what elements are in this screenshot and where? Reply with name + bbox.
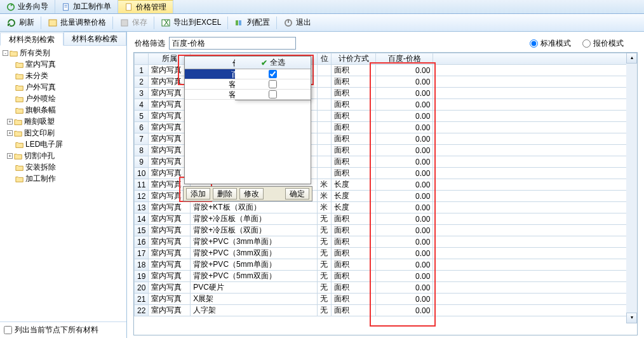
cell-price[interactable]: 0.00 [376, 133, 433, 145]
cell-calc[interactable]: 面积 [332, 99, 376, 111]
batch-adjust-button[interactable]: 批量调整价格 [45, 16, 109, 30]
cell-name[interactable]: PVC硬片 [191, 282, 318, 294]
cell-name[interactable]: 背胶+PVC（5mm双面） [191, 271, 318, 282]
cell-calc[interactable]: 面积 [332, 213, 376, 225]
expand-icon[interactable]: + [7, 119, 13, 125]
tree-item[interactable]: +雕刻吸塑 [7, 116, 124, 127]
popup-checkbox-row[interactable] [235, 79, 311, 90]
cell-unit[interactable]: 无 [318, 294, 332, 305]
table-row[interactable]: 21室内写真X展架无面积0.00 [135, 294, 637, 305]
cell-price[interactable]: 0.00 [376, 111, 433, 122]
cell-name[interactable]: 背胶+KT板（双面） [191, 202, 318, 213]
cell-price[interactable]: 0.00 [376, 122, 433, 133]
tree-item[interactable]: 室内写真 [15, 58, 124, 70]
cell-unit[interactable] [318, 111, 332, 122]
tab-business-guide[interactable]: 业务向导 [0, 0, 55, 13]
cell-calc[interactable]: 面积 [332, 88, 376, 99]
exit-button[interactable]: 退出 [281, 16, 314, 30]
cell-calc[interactable]: 面积 [332, 111, 376, 122]
cell-name[interactable]: 背胶+PVC（5mm单面） [191, 259, 318, 271]
radio-standard[interactable] [530, 39, 538, 48]
cell-price[interactable]: 0.00 [376, 282, 433, 294]
tree-root[interactable]: - 所有类别 [3, 47, 124, 58]
cell-unit[interactable] [318, 168, 332, 179]
tab-work-order[interactable]: 加工制作单 [55, 0, 118, 13]
table-row[interactable]: 17室内写真背胶+PVC（3mm双面）无面积0.00 [135, 248, 637, 259]
cell-unit[interactable]: 米 [318, 191, 332, 202]
cell-unit[interactable]: 米 [318, 179, 332, 191]
cell-unit[interactable]: 无 [318, 236, 332, 248]
cell-name[interactable]: X展架 [191, 294, 318, 305]
cell-unit[interactable] [318, 133, 332, 145]
cell-price[interactable]: 0.00 [376, 305, 433, 316]
mode-standard[interactable]: 标准模式 [530, 38, 571, 49]
cell-calc[interactable]: 面积 [332, 145, 376, 156]
vertical-scrollbar[interactable]: ▴ ▾ [626, 53, 637, 323]
table-row[interactable]: 14室内写真背胶+冷压板（单面）无面积0.00 [135, 213, 637, 225]
cell-price[interactable]: 0.00 [376, 271, 433, 282]
cell-unit[interactable] [318, 65, 332, 76]
cell-unit[interactable]: 无 [318, 225, 332, 236]
popup-edit-button[interactable]: 修改 [239, 188, 264, 199]
table-row[interactable]: 18室内写真背胶+PVC（5mm单面）无面积0.00 [135, 259, 637, 271]
cell-calc[interactable]: 长度 [332, 179, 376, 191]
price-filter-dropdown[interactable] [169, 37, 296, 50]
cell-name[interactable]: 背胶+PVC（3mm双面） [191, 248, 318, 259]
cell-category[interactable]: 室内写真 [149, 294, 191, 305]
cell-price[interactable]: 0.00 [376, 259, 433, 271]
cell-calc[interactable]: 面积 [332, 282, 376, 294]
cell-calc[interactable]: 面积 [332, 122, 376, 133]
tree-item[interactable]: 安装拆除 [15, 161, 124, 173]
table-row[interactable]: 22室内写真人字架无面积0.00 [135, 305, 637, 316]
cell-calc[interactable]: 面积 [332, 65, 376, 76]
cell-unit[interactable]: 无 [318, 282, 332, 294]
scroll-up-icon[interactable]: ▴ [626, 53, 637, 64]
cell-category[interactable]: 室内写真 [149, 271, 191, 282]
save-button[interactable]: 保存 [117, 16, 150, 30]
popup-add-button[interactable]: 添加 [186, 188, 210, 199]
cell-calc[interactable]: 面积 [332, 76, 376, 88]
scroll-down-icon[interactable]: ▾ [626, 313, 637, 323]
cell-unit[interactable]: 无 [318, 248, 332, 259]
tree-item[interactable]: 未分类 [15, 70, 124, 81]
collapse-icon[interactable]: - [3, 50, 8, 56]
tab-price-manage[interactable]: 价格管理 [118, 0, 173, 13]
cell-calc[interactable]: 长度 [332, 191, 376, 202]
refresh-button[interactable]: 刷新 [4, 16, 37, 30]
cell-price[interactable]: 0.00 [376, 202, 433, 213]
category-tree[interactable]: - 所有类别 室内写真 未分类 户外写真 户外喷绘 旗帜条幅 +雕刻吸塑 +图文… [0, 46, 126, 321]
tree-item[interactable]: 旗帜条幅 [15, 104, 124, 116]
cell-unit[interactable]: 无 [318, 271, 332, 282]
scroll-track[interactable] [626, 64, 637, 313]
list-all-checkbox[interactable] [4, 326, 12, 334]
cell-calc[interactable]: 面积 [332, 168, 376, 179]
cell-price[interactable]: 0.00 [376, 294, 433, 305]
cell-price[interactable]: 0.00 [376, 99, 433, 111]
mode-quote[interactable]: 报价模式 [582, 38, 624, 49]
cell-category[interactable]: 室内写真 [149, 202, 191, 213]
cell-category[interactable]: 室内写真 [149, 248, 191, 259]
cell-unit[interactable] [318, 145, 332, 156]
cell-unit[interactable]: 无 [318, 259, 332, 271]
tree-item[interactable]: 户外喷绘 [15, 93, 124, 104]
col-unit[interactable]: 位 [318, 53, 332, 65]
table-row[interactable]: 19室内写真背胶+PVC（5mm双面）无面积0.00 [135, 271, 637, 282]
expand-icon[interactable]: + [7, 130, 13, 136]
popup-checkbox-row[interactable] [235, 69, 311, 79]
cell-calc[interactable]: 面积 [332, 225, 376, 236]
export-excel-button[interactable]: X 导出到EXCEL [158, 16, 224, 30]
cell-unit[interactable]: 无 [318, 213, 332, 225]
cell-price[interactable]: 0.00 [376, 145, 433, 156]
cell-calc[interactable]: 长度 [332, 202, 376, 213]
cell-calc[interactable]: 面积 [332, 236, 376, 248]
cell-price[interactable]: 0.00 [376, 191, 433, 202]
cell-calc[interactable]: 面积 [332, 156, 376, 168]
popup-checkbox-row[interactable] [235, 90, 311, 100]
cell-name[interactable]: 背胶+PVC（3mm单面） [191, 236, 318, 248]
cell-unit[interactable] [318, 99, 332, 111]
price-checkbox[interactable] [269, 90, 277, 98]
cell-price[interactable]: 0.00 [376, 156, 433, 168]
popup-checkbox-header[interactable]: 全选 [235, 57, 311, 69]
table-row[interactable]: 15室内写真背胶+冷压板（双面）无面积0.00 [135, 225, 637, 236]
price-checkbox[interactable] [269, 80, 277, 88]
